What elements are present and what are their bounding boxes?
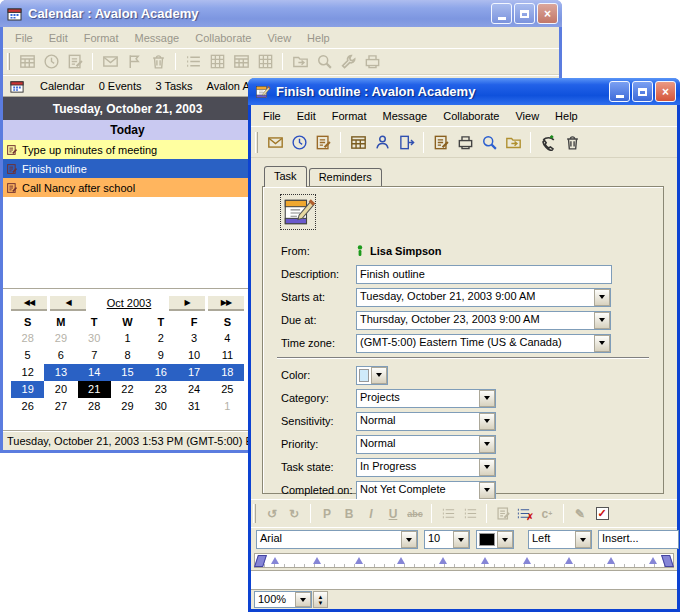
chevron-down-icon[interactable] bbox=[371, 367, 387, 384]
mini-calendar-day[interactable]: 1 bbox=[111, 330, 144, 347]
chevron-down-icon[interactable] bbox=[453, 531, 469, 548]
mini-calendar-day[interactable]: 26 bbox=[11, 398, 44, 415]
signature-pen-icon[interactable]: ✎ bbox=[569, 504, 591, 524]
category-combobox[interactable]: Projects bbox=[356, 389, 496, 408]
task-list-empty-area[interactable] bbox=[3, 197, 252, 288]
mini-calendar-day[interactable]: 7 bbox=[78, 347, 111, 364]
chevron-down-icon[interactable] bbox=[479, 459, 495, 476]
menu-view[interactable]: View bbox=[507, 107, 547, 125]
insert-combobox[interactable]: Insert... bbox=[598, 530, 679, 549]
menu-collaborate[interactable]: Collaborate bbox=[187, 29, 259, 47]
new-mail-icon[interactable] bbox=[263, 131, 287, 153]
font-size-combobox[interactable]: 10 bbox=[424, 530, 470, 549]
chevron-down-icon[interactable] bbox=[594, 289, 610, 306]
tab-stop-marker[interactable] bbox=[523, 557, 531, 564]
mini-calendar-day[interactable]: 6 bbox=[44, 347, 77, 364]
menu-file[interactable]: File bbox=[7, 29, 41, 47]
task-state-combobox[interactable]: In Progress bbox=[356, 458, 496, 477]
menu-message[interactable]: Message bbox=[127, 29, 188, 47]
tools-icon[interactable] bbox=[336, 51, 360, 73]
strikethrough-icon[interactable]: abc bbox=[404, 504, 426, 524]
mini-calendar-day[interactable]: 17 bbox=[177, 364, 210, 381]
alignment-combobox[interactable]: Left bbox=[528, 530, 592, 549]
mini-calendar-day[interactable]: 12 bbox=[11, 364, 44, 381]
chevron-down-icon[interactable] bbox=[479, 390, 495, 407]
minimize-button[interactable] bbox=[491, 3, 512, 24]
font-family-combobox[interactable]: Arial bbox=[256, 530, 418, 549]
mini-calendar-day[interactable]: 29 bbox=[111, 398, 144, 415]
new-task-icon[interactable] bbox=[311, 131, 335, 153]
highlight-icon[interactable] bbox=[492, 504, 514, 524]
left-margin-marker[interactable] bbox=[254, 555, 267, 567]
indent-more-icon[interactable] bbox=[459, 504, 481, 524]
undo-icon[interactable]: ↺ bbox=[261, 504, 283, 524]
mini-calendar-month-label[interactable]: Oct 2003 bbox=[89, 297, 169, 309]
toolbar-grip[interactable] bbox=[7, 53, 10, 71]
mini-calendar-day[interactable]: 24 bbox=[177, 381, 210, 398]
resend-icon[interactable] bbox=[394, 131, 418, 153]
mini-calendar-day[interactable]: 11 bbox=[211, 347, 244, 364]
mini-calendar-day[interactable]: 28 bbox=[11, 330, 44, 347]
month-view-icon[interactable] bbox=[229, 51, 253, 73]
mini-calendar-day[interactable]: 15 bbox=[111, 364, 144, 381]
right-margin-marker[interactable] bbox=[661, 555, 674, 567]
chevron-down-icon[interactable] bbox=[575, 531, 591, 548]
mini-calendar-day[interactable]: 19 bbox=[11, 381, 44, 398]
chevron-down-icon[interactable] bbox=[497, 531, 513, 548]
tab-stop-marker[interactable] bbox=[481, 557, 489, 564]
toolbar-grip[interactable] bbox=[255, 132, 258, 153]
new-task-icon[interactable] bbox=[63, 51, 87, 73]
mini-calendar-day[interactable]: 13 bbox=[44, 364, 77, 381]
mini-calendar-day[interactable]: 1 bbox=[211, 398, 244, 415]
menu-format[interactable]: Format bbox=[324, 107, 375, 125]
starts-at-combobox[interactable]: Tuesday, October 21, 2003 9:00 AM bbox=[356, 288, 611, 307]
mini-calendar-day[interactable]: 5 bbox=[11, 347, 44, 364]
tab-stop-marker[interactable] bbox=[607, 557, 615, 564]
task-row[interactable]: Type up minutes of meeting bbox=[3, 140, 252, 159]
new-memo-icon[interactable] bbox=[98, 51, 122, 73]
mini-calendar-day[interactable]: 29 bbox=[44, 330, 77, 347]
mini-calendar-day[interactable]: 4 bbox=[211, 330, 244, 347]
tab-stop-marker[interactable] bbox=[355, 557, 363, 564]
chevron-down-icon[interactable] bbox=[594, 335, 610, 352]
close-button[interactable]: × bbox=[537, 3, 558, 24]
sensitivity-combobox[interactable]: Normal bbox=[356, 412, 496, 431]
flag-icon[interactable] bbox=[122, 51, 146, 73]
menu-help[interactable]: Help bbox=[547, 107, 586, 125]
mini-calendar-day[interactable]: 22 bbox=[111, 381, 144, 398]
case-change-icon[interactable]: c+ bbox=[536, 504, 558, 524]
due-at-combobox[interactable]: Thursday, October 23, 2003 9:00 AM bbox=[356, 311, 611, 330]
read-item-icon[interactable] bbox=[429, 131, 453, 153]
proxy-person-icon[interactable] bbox=[370, 131, 394, 153]
maximize-button[interactable] bbox=[632, 81, 653, 102]
tab-stop-marker[interactable] bbox=[397, 557, 405, 564]
mini-calendar-day[interactable]: 21 bbox=[78, 381, 111, 398]
priority-combobox[interactable]: Normal bbox=[356, 435, 496, 454]
chevron-down-icon[interactable] bbox=[295, 592, 311, 607]
menu-edit[interactable]: Edit bbox=[289, 107, 324, 125]
print-icon[interactable] bbox=[360, 51, 384, 73]
menu-edit[interactable]: Edit bbox=[41, 29, 76, 47]
tab-stop-marker[interactable] bbox=[313, 557, 321, 564]
chevron-down-icon[interactable] bbox=[479, 436, 495, 453]
menu-format[interactable]: Format bbox=[76, 29, 127, 47]
tab-stop-marker[interactable] bbox=[439, 557, 447, 564]
plain-text-icon[interactable]: P bbox=[316, 504, 338, 524]
task-window-titlebar[interactable]: Finish outline : Avalon Academy × bbox=[248, 78, 680, 105]
move-to-folder-icon[interactable] bbox=[501, 131, 525, 153]
tab-stop-marker[interactable] bbox=[649, 557, 657, 564]
tab-stop-marker[interactable] bbox=[271, 557, 279, 564]
task-row[interactable]: Finish outline bbox=[3, 159, 252, 178]
new-appointment-icon[interactable] bbox=[287, 131, 311, 153]
mini-calendar-day[interactable]: 9 bbox=[144, 347, 177, 364]
prev-year-button[interactable]: ◀◀ bbox=[11, 296, 47, 311]
mini-calendar-day[interactable]: 28 bbox=[78, 398, 111, 415]
mini-calendar-day[interactable]: 18 bbox=[211, 364, 244, 381]
mini-calendar-day[interactable]: 30 bbox=[144, 398, 177, 415]
print-icon[interactable] bbox=[453, 131, 477, 153]
mini-calendar-day[interactable]: 31 bbox=[177, 398, 210, 415]
find-icon[interactable] bbox=[477, 131, 501, 153]
minimize-button[interactable] bbox=[609, 81, 630, 102]
mini-calendar-day[interactable]: 30 bbox=[78, 330, 111, 347]
dial-phone-icon[interactable] bbox=[536, 131, 560, 153]
